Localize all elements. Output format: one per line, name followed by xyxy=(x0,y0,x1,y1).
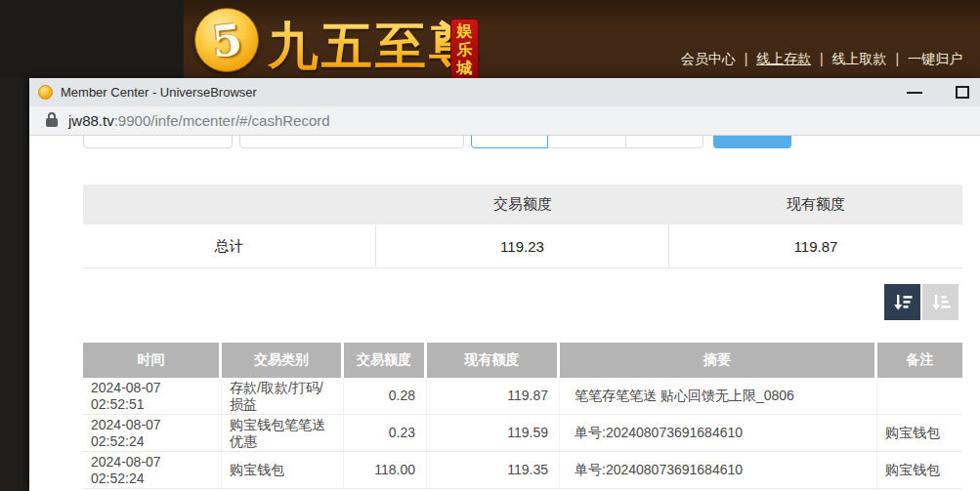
window-title: Member Center - UniverseBrowser xyxy=(61,85,257,100)
cell-summary: 单号:202408073691684610 xyxy=(560,415,877,451)
table-row: 2024-08-07 02:52:51 存款/取款/打码/损益 0.28 119… xyxy=(83,378,962,415)
cell-time: 2024-08-07 02:52:24 xyxy=(83,415,222,451)
cell-time: 2024-08-07 02:52:24 xyxy=(83,452,222,488)
segment-option-3[interactable] xyxy=(626,136,703,148)
col-header-remark: 备注 xyxy=(877,343,962,378)
query-input-2[interactable] xyxy=(239,136,464,148)
summary-total-row: 总计 119.23 119.87 xyxy=(83,225,962,268)
cell-category: 存款/取款/打码/损益 xyxy=(222,378,344,414)
col-header-category: 交易类别 xyxy=(222,343,344,378)
quick-range-segments xyxy=(471,136,703,148)
banner-left-filler xyxy=(0,0,184,78)
sort-ascending-icon xyxy=(929,291,953,314)
records-header-row: 时间 交易类别 交易额度 现有额度 摘要 备注 xyxy=(83,343,962,378)
cell-balance: 119.59 xyxy=(427,415,560,451)
cell-summary: 单号:202408073691684610 xyxy=(560,452,877,488)
nav-one-key-transfer[interactable]: 一键归户 xyxy=(908,51,962,66)
url-text[interactable]: jw88.tv:9900/infe/mcenter/#/cashRecord xyxy=(68,112,330,129)
nav-online-withdraw[interactable]: 线上取款 xyxy=(832,51,887,66)
nav-online-deposit[interactable]: 线上存款 xyxy=(756,51,811,66)
summary-header-current-balance: 现有额度 xyxy=(669,184,962,225)
segment-option-2[interactable] xyxy=(548,136,625,148)
url-path: :9900/infe/mcenter/#/cashRecord xyxy=(114,112,330,129)
nav-separator: | xyxy=(820,51,824,66)
cell-amount: 0.23 xyxy=(344,415,427,451)
query-submit-button[interactable] xyxy=(713,136,791,148)
cell-balance: 119.35 xyxy=(427,452,560,488)
sort-ascending-button[interactable] xyxy=(922,284,959,320)
lock-icon xyxy=(46,118,58,127)
summary-header-empty xyxy=(83,184,376,225)
summary-total-current-balance: 119.87 xyxy=(669,225,962,267)
col-header-summary: 摘要 xyxy=(560,343,877,378)
table-row: 2024-08-07 02:52:24 购宝钱包笔笔送优惠 0.23 119.5… xyxy=(83,415,962,452)
sort-descending-icon xyxy=(891,291,915,314)
col-header-time: 时间 xyxy=(83,343,222,378)
summary-total-label: 总计 xyxy=(83,225,376,267)
page-content: 交易额度 现有额度 总计 119.23 119.87 xyxy=(29,136,980,491)
cell-balance: 119.87 xyxy=(427,378,560,414)
cell-remark: 购宝钱包 xyxy=(877,415,962,451)
cell-summary: 笔笔存笔笔送 贴心回馈无上限_0806 xyxy=(560,378,877,414)
favicon-icon xyxy=(38,85,53,100)
col-header-balance: 现有额度 xyxy=(427,343,560,378)
nav-member-center[interactable]: 会员中心 xyxy=(681,51,736,66)
summary-header-row: 交易额度 现有额度 xyxy=(83,184,962,225)
sort-descending-button[interactable] xyxy=(884,284,920,320)
url-bar[interactable]: jw88.tv:9900/infe/mcenter/#/cashRecord xyxy=(29,106,980,136)
col-header-amount: 交易额度 xyxy=(344,343,427,378)
nav-separator: | xyxy=(895,51,899,66)
query-input-1[interactable] xyxy=(83,136,233,148)
summary-total-transaction-amount: 119.23 xyxy=(376,225,669,267)
nav-separator: | xyxy=(745,51,748,66)
records-table: 时间 交易类别 交易额度 现有额度 摘要 备注 2024-08-07 02:52… xyxy=(83,343,962,489)
summary-table: 交易额度 现有额度 总计 119.23 119.87 xyxy=(83,184,962,268)
url-domain: jw88.tv xyxy=(68,112,114,129)
cell-amount: 0.28 xyxy=(344,378,427,414)
cell-category: 购宝钱包 xyxy=(222,452,344,488)
logo-mark: 5 xyxy=(209,14,244,66)
table-row: 2024-08-07 02:52:24 购宝钱包 118.00 119.35 单… xyxy=(83,452,962,489)
segment-option-1[interactable] xyxy=(471,136,548,148)
maximize-icon[interactable] xyxy=(956,86,969,99)
banner-nav: 会员中心 | 线上存款 | 线上取款 | 一键归户 xyxy=(676,51,967,68)
summary-header-transaction-amount: 交易额度 xyxy=(376,184,669,225)
cell-time: 2024-08-07 02:52:51 xyxy=(83,378,222,414)
cell-category: 购宝钱包笔笔送优惠 xyxy=(222,415,344,451)
sort-controls xyxy=(884,284,959,320)
browser-window: Member Center - UniverseBrowser jw88.tv:… xyxy=(29,78,980,491)
minimize-icon[interactable] xyxy=(907,92,922,94)
brand-logo-icon: 5 xyxy=(194,8,259,72)
cell-remark xyxy=(877,378,962,414)
site-banner: 5 九五至尊 娱乐城 会员中心 | 线上存款 | 线上取款 | 一键归户 xyxy=(0,0,980,78)
window-title-bar[interactable]: Member Center - UniverseBrowser xyxy=(29,78,980,106)
cell-amount: 118.00 xyxy=(344,452,427,488)
cell-remark: 购宝钱包 xyxy=(877,452,962,488)
